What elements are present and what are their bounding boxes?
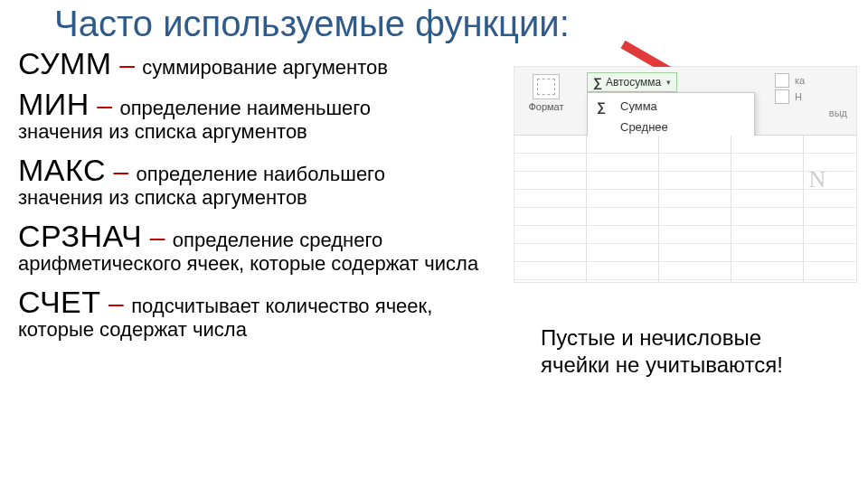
sum-row: СУММ – суммирование аргументов (18, 46, 506, 81)
slide-title: Часто используемые функции: (54, 4, 850, 44)
fn-desc-min: определение наименьшего (119, 97, 371, 119)
menu-sum-label: Сумма (620, 99, 657, 113)
sep: – (113, 156, 128, 186)
sep: – (150, 222, 165, 252)
excel-screenshot: Формат ∑ Автосумма ▾ ка Н выд ∑Сумма С (514, 66, 857, 283)
functions-list: СУММ – суммирование аргументов МИН – опр… (18, 46, 506, 379)
menu-avg-label: Среднее (620, 120, 668, 134)
ribbon-extra: ка Н выд (775, 72, 847, 130)
format-icon (533, 74, 560, 99)
sigma-icon: ∑ (593, 75, 602, 89)
fn-sub-count: которые содержат числа (18, 318, 506, 342)
autosum-button[interactable]: ∑ Автосумма ▾ (587, 72, 677, 92)
spreadsheet-grid (514, 136, 856, 282)
format-button[interactable]: Формат (525, 74, 567, 112)
fn-name-min: МИН (18, 87, 90, 121)
note-text: Пустые и нечисловые ячейки не учитываютс… (514, 324, 821, 379)
fn-name-max: МАКС (18, 153, 106, 187)
menu-sum[interactable]: ∑Сумма (588, 96, 754, 117)
avg-row: СРЗНАЧ – определение среднего (18, 219, 506, 254)
menu-avg[interactable]: Среднее (588, 117, 754, 137)
chevron-down-icon: ▾ (666, 78, 671, 87)
fn-name-count: СЧЕТ (18, 285, 101, 319)
fn-desc-max: определение наибольшего (137, 163, 385, 185)
extra-text-3: выд (829, 107, 847, 119)
sep: – (97, 90, 112, 120)
extra-text-1: ка (795, 74, 805, 87)
find-icon (775, 89, 789, 104)
fn-name-sum: СУММ (18, 46, 112, 80)
fn-desc-count: подсчитывает количество ячеек, (131, 295, 432, 317)
excel-ribbon: Формат ∑ Автосумма ▾ ка Н выд ∑Сумма С (514, 67, 856, 136)
fn-sub-min: значения из списка аргументов (18, 120, 506, 144)
sort-icon (775, 73, 789, 88)
sigma-icon: ∑ (597, 99, 606, 114)
autosum-label: Автосумма (606, 76, 661, 89)
min-row: МИН – определение наименьшего (18, 87, 506, 122)
fn-sub-max: значения из списка аргументов (18, 186, 506, 210)
fn-name-avg: СРЗНАЧ (18, 219, 142, 253)
column-header-n: N (795, 166, 840, 193)
format-label: Формат (525, 101, 567, 112)
fn-desc-sum: суммирование аргументов (142, 56, 388, 79)
extra-text-2: Н (795, 90, 802, 103)
fn-sub-avg: арифметического ячеек, которые содержат … (18, 252, 506, 276)
sep: – (119, 50, 135, 80)
fn-desc-avg: определение среднего (173, 229, 382, 251)
count-row: СЧЕТ – подсчитывает количество ячеек, (18, 285, 506, 320)
sep: – (108, 288, 124, 318)
max-row: МАКС – определение наибольшего (18, 153, 506, 188)
